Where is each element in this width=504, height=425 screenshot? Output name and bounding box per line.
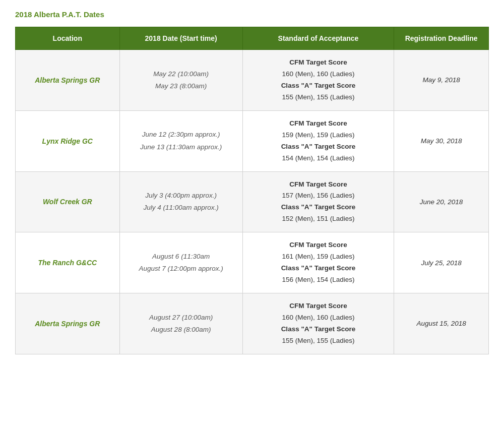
page-title: 2018 Alberta P.A.T. Dates xyxy=(15,10,489,19)
table-row: Wolf Creek GRJuly 3 (4:00pm approx.)July… xyxy=(16,171,489,232)
header-date: 2018 Date (Start time) xyxy=(119,27,242,50)
cell-deadline: May 9, 2018 xyxy=(394,50,489,111)
cell-location: Alberta Springs GR xyxy=(16,293,120,354)
cell-deadline: July 25, 2018 xyxy=(394,232,489,293)
cell-deadline: May 30, 2018 xyxy=(394,110,489,171)
table-row: Lynx Ridge GCJune 12 (2:30pm approx.)Jun… xyxy=(16,110,489,171)
cell-standard: CFM Target Score160 (Men), 160 (Ladies)C… xyxy=(242,50,394,111)
cell-standard: CFM Target Score160 (Men), 160 (Ladies)C… xyxy=(242,293,394,354)
table-row: Alberta Springs GRMay 22 (10:00am)May 23… xyxy=(16,50,489,111)
header-deadline: Registration Deadline xyxy=(394,27,489,50)
cell-location: Lynx Ridge GC xyxy=(16,110,120,171)
cell-location: The Ranch G&CC xyxy=(16,232,120,293)
cell-date: May 22 (10:00am)May 23 (8:00am) xyxy=(119,50,242,111)
cell-date: June 12 (2:30pm approx.)June 13 (11:30am… xyxy=(119,110,242,171)
header-location: Location xyxy=(16,27,120,50)
pat-dates-table: Location 2018 Date (Start time) Standard… xyxy=(15,27,489,354)
cell-standard: CFM Target Score159 (Men), 159 (Ladies)C… xyxy=(242,110,394,171)
cell-deadline: June 20, 2018 xyxy=(394,171,489,232)
table-row: The Ranch G&CCAugust 6 (11:30amAugust 7 … xyxy=(16,232,489,293)
cell-standard: CFM Target Score157 (Men), 156 (Ladies)C… xyxy=(242,171,394,232)
cell-date: August 27 (10:00am)August 28 (8:00am) xyxy=(119,293,242,354)
cell-location: Alberta Springs GR xyxy=(16,50,120,111)
cell-date: August 6 (11:30amAugust 7 (12:00pm appro… xyxy=(119,232,242,293)
cell-date: July 3 (4:00pm approx.)July 4 (11:00am a… xyxy=(119,171,242,232)
cell-location: Wolf Creek GR xyxy=(16,171,120,232)
table-row: Alberta Springs GRAugust 27 (10:00am)Aug… xyxy=(16,293,489,354)
cell-standard: CFM Target Score161 (Men), 159 (Ladies)C… xyxy=(242,232,394,293)
header-standard: Standard of Acceptance xyxy=(242,27,394,50)
cell-deadline: August 15, 2018 xyxy=(394,293,489,354)
